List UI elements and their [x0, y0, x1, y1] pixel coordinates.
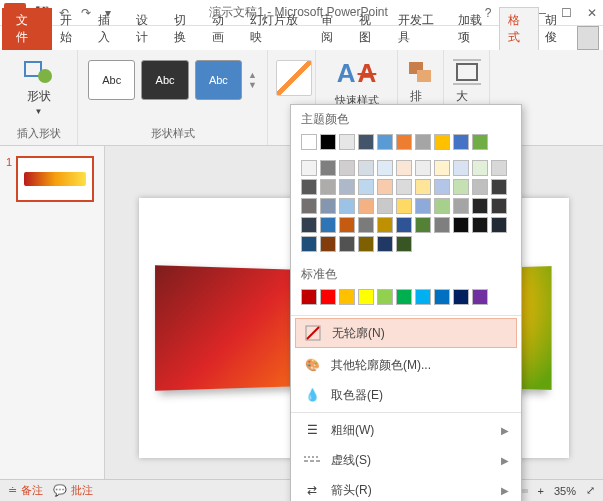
color-swatch[interactable] — [377, 198, 393, 214]
eyedropper-item[interactable]: 💧 取色器(E) — [291, 380, 521, 410]
color-swatch[interactable] — [453, 160, 469, 176]
tab-animations[interactable]: 动画 — [204, 8, 242, 50]
notes-button[interactable]: ≐ 备注 — [8, 483, 43, 498]
more-colors-item[interactable]: 🎨 其他轮廓颜色(M)... — [291, 350, 521, 380]
color-swatch[interactable] — [491, 160, 507, 176]
tab-format[interactable]: 格式 — [499, 7, 539, 50]
tab-insert[interactable]: 插入 — [90, 8, 128, 50]
color-swatch[interactable] — [320, 198, 336, 214]
color-swatch[interactable] — [434, 179, 450, 195]
color-swatch[interactable] — [320, 217, 336, 233]
color-swatch[interactable] — [396, 217, 412, 233]
color-swatch[interactable] — [339, 198, 355, 214]
zoom-in-button[interactable]: + — [538, 485, 544, 497]
color-swatch[interactable] — [320, 134, 336, 150]
no-outline-item[interactable]: 无轮廓(N) — [295, 318, 517, 348]
color-swatch[interactable] — [415, 198, 431, 214]
style-swatch-1[interactable]: Abc — [88, 60, 135, 100]
tab-home[interactable]: 开始 — [52, 8, 90, 50]
dashes-item[interactable]: 虚线(S) ▶ — [291, 445, 521, 475]
color-swatch[interactable] — [377, 217, 393, 233]
color-swatch[interactable] — [491, 198, 507, 214]
color-swatch[interactable] — [339, 179, 355, 195]
color-swatch[interactable] — [453, 134, 469, 150]
tab-view[interactable]: 视图 — [351, 8, 389, 50]
color-swatch[interactable] — [434, 198, 450, 214]
color-swatch[interactable] — [358, 134, 374, 150]
color-swatch[interactable] — [434, 134, 450, 150]
color-swatch[interactable] — [377, 289, 393, 305]
color-swatch[interactable] — [491, 179, 507, 195]
color-swatch[interactable] — [377, 179, 393, 195]
color-swatch[interactable] — [396, 179, 412, 195]
color-swatch[interactable] — [377, 236, 393, 252]
color-swatch[interactable] — [358, 289, 374, 305]
color-swatch[interactable] — [301, 289, 317, 305]
color-swatch[interactable] — [320, 160, 336, 176]
color-swatch[interactable] — [396, 236, 412, 252]
color-swatch[interactable] — [377, 160, 393, 176]
color-swatch[interactable] — [301, 160, 317, 176]
tab-developer[interactable]: 开发工具 — [390, 8, 450, 50]
color-swatch[interactable] — [320, 236, 336, 252]
color-swatch[interactable] — [339, 289, 355, 305]
file-tab[interactable]: 文件 — [2, 8, 52, 50]
color-swatch[interactable] — [415, 160, 431, 176]
color-swatch[interactable] — [396, 289, 412, 305]
color-swatch[interactable] — [339, 160, 355, 176]
color-swatch[interactable] — [472, 198, 488, 214]
color-swatch[interactable] — [358, 198, 374, 214]
tab-slideshow[interactable]: 幻灯片放映 — [242, 8, 313, 50]
color-swatch[interactable] — [453, 289, 469, 305]
zoom-value[interactable]: 35% — [554, 485, 576, 497]
color-swatch[interactable] — [301, 134, 317, 150]
close-icon[interactable]: ✕ — [585, 6, 599, 20]
color-swatch[interactable] — [320, 179, 336, 195]
color-swatch[interactable] — [358, 236, 374, 252]
color-swatch[interactable] — [339, 217, 355, 233]
color-swatch[interactable] — [472, 289, 488, 305]
tab-transitions[interactable]: 切换 — [166, 8, 204, 50]
thumbnail-pane[interactable]: 1 — [0, 146, 105, 479]
color-swatch[interactable] — [415, 289, 431, 305]
color-swatch[interactable] — [396, 160, 412, 176]
color-swatch[interactable] — [358, 179, 374, 195]
color-swatch[interactable] — [320, 289, 336, 305]
color-swatch[interactable] — [339, 236, 355, 252]
style-swatch-3[interactable]: Abc — [195, 60, 242, 100]
color-swatch[interactable] — [415, 179, 431, 195]
slide-thumbnail-1[interactable] — [16, 156, 94, 202]
color-swatch[interactable] — [301, 198, 317, 214]
gallery-more-icon[interactable]: ▲▼ — [248, 70, 257, 90]
color-swatch[interactable] — [453, 179, 469, 195]
color-swatch[interactable] — [415, 134, 431, 150]
color-swatch[interactable] — [453, 217, 469, 233]
color-swatch[interactable] — [339, 134, 355, 150]
color-swatch[interactable] — [472, 217, 488, 233]
color-swatch[interactable] — [396, 198, 412, 214]
color-swatch[interactable] — [301, 179, 317, 195]
color-swatch[interactable] — [472, 134, 488, 150]
color-swatch[interactable] — [301, 236, 317, 252]
color-swatch[interactable] — [377, 134, 393, 150]
color-swatch[interactable] — [434, 160, 450, 176]
wordart-fill-icon[interactable]: A — [337, 58, 356, 89]
shape-outline-button[interactable] — [276, 60, 312, 96]
comments-button[interactable]: 💬 批注 — [53, 483, 93, 498]
weight-item[interactable]: ☰ 粗细(W) ▶ — [291, 415, 521, 445]
wordart-outline-icon[interactable]: A — [358, 58, 377, 89]
color-swatch[interactable] — [358, 160, 374, 176]
color-swatch[interactable] — [358, 217, 374, 233]
color-swatch[interactable] — [301, 217, 317, 233]
color-swatch[interactable] — [415, 217, 431, 233]
fit-window-button[interactable]: ⤢ — [586, 484, 595, 497]
user-name[interactable]: 胡俊 — [539, 8, 573, 50]
arrows-item[interactable]: ⇄ 箭头(R) ▶ — [291, 475, 521, 501]
color-swatch[interactable] — [491, 217, 507, 233]
tab-design[interactable]: 设计 — [128, 8, 166, 50]
color-swatch[interactable] — [434, 217, 450, 233]
color-swatch[interactable] — [396, 134, 412, 150]
color-swatch[interactable] — [472, 179, 488, 195]
avatar[interactable] — [577, 26, 599, 50]
style-swatch-2[interactable]: Abc — [141, 60, 188, 100]
